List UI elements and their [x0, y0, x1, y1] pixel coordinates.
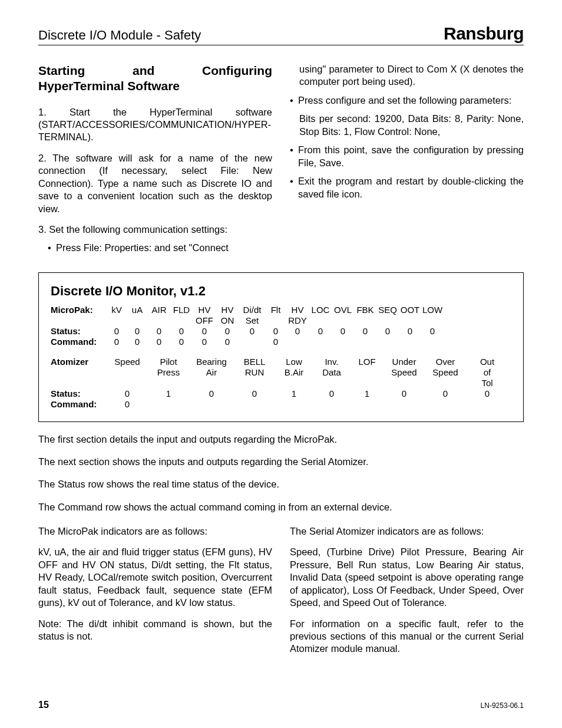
at-indicators-list: Speed, (Turbine Drive) Pilot Pressure, B…	[290, 546, 524, 609]
left-column: Starting and Configuring HyperTerminal S…	[38, 63, 272, 261]
params-text: Bits per second: 19200, Data Bits: 8, Pa…	[299, 113, 524, 138]
mp-note: Note: The di/dt inhibit command is shown…	[38, 618, 272, 643]
cell-value: 0	[384, 388, 425, 399]
cell-value	[313, 399, 351, 410]
cell-value	[354, 337, 376, 347]
col-header: FBK	[354, 305, 376, 326]
col-header: BearingAir	[189, 357, 234, 388]
cell-value: 0	[107, 337, 127, 347]
col-header: OOT	[399, 305, 421, 326]
cell-value: 0	[170, 326, 193, 337]
bullet-press-configure: • Press configure and set the following …	[290, 94, 524, 107]
document-id: LN-9253-06.1	[481, 701, 524, 710]
bullet-save-config: • From this point, save the configuratio…	[290, 144, 524, 169]
col-header: LOW	[421, 305, 444, 326]
bullet-text: Press File: Properties: and set "Connect	[56, 242, 272, 254]
col-header: HVON	[216, 305, 239, 326]
col-header: PilotPress	[148, 357, 189, 388]
bottom-left-column: The MicroPak indicators are as follows: …	[38, 525, 272, 664]
cell-value: 0	[266, 326, 286, 337]
cell-value: 0	[127, 326, 148, 337]
cell-value	[466, 399, 508, 410]
bullet-text: From this point, save the configuration …	[298, 144, 524, 169]
cell-value: 0	[216, 326, 239, 337]
cell-value: 0	[107, 388, 148, 399]
cell-value: 1	[148, 388, 189, 399]
col-header: HVOFF	[193, 305, 216, 326]
cell-value: 0	[170, 337, 193, 347]
col-header: OutofTol	[466, 357, 508, 388]
step-3: 3. Set the following communication setti…	[38, 223, 272, 236]
cell-value: 0	[148, 337, 170, 347]
cell-value	[234, 399, 275, 410]
cell-value: 0	[239, 326, 266, 337]
cell-value: 0	[354, 326, 376, 337]
cell-value	[384, 399, 425, 410]
col-header: uA	[127, 305, 148, 326]
col-header: OVL	[332, 305, 354, 326]
cell-value: 0	[127, 337, 148, 347]
desc-p4: The Command row shows the actual command…	[38, 500, 524, 513]
atomizer-command-label: Command:	[51, 399, 107, 410]
cell-value	[239, 337, 266, 347]
col-header: kV	[107, 305, 127, 326]
cell-value: 0	[266, 337, 286, 347]
page-footer: 15 LN-9253-06.1	[38, 700, 524, 710]
cell-value	[421, 337, 444, 347]
col-header: AIR	[148, 305, 170, 326]
doc-title: Discrete I/O Module - Safety	[38, 28, 201, 43]
cell-value	[399, 337, 421, 347]
bullet-icon: •	[290, 144, 298, 169]
cell-value	[332, 337, 354, 347]
cell-value: 0	[148, 326, 170, 337]
cell-value	[189, 399, 234, 410]
cell-value	[148, 399, 189, 410]
bullet-icon: •	[290, 94, 298, 107]
col-header: LOF	[351, 357, 384, 388]
micropak-status-label: Status:	[51, 326, 107, 337]
continuation-text: using" parameter to Direct to Com X (X d…	[299, 63, 524, 88]
cell-value: 0	[425, 388, 466, 399]
bullet-text: Press configure and set the following pa…	[298, 94, 524, 107]
cell-value: 0	[107, 399, 148, 410]
cell-value: 0	[421, 326, 444, 337]
cell-value: 0	[216, 337, 239, 347]
col-header: BELLRUN	[234, 357, 275, 388]
desc-p3: The Status row shows the real time statu…	[38, 477, 524, 490]
micropak-command-label: Command:	[51, 337, 107, 347]
cell-value: 0	[234, 388, 275, 399]
cell-value: 0	[193, 326, 216, 337]
micropak-label: MicroPak:	[51, 305, 107, 326]
bullet-file-properties: • Press File: Properties: and set "Conne…	[48, 242, 272, 254]
col-header: Flt	[266, 305, 286, 326]
col-header: HVRDY	[286, 305, 309, 326]
cell-value: 0	[107, 326, 127, 337]
step-1: 1. Start the HyperTerminal software (STA…	[38, 106, 272, 144]
col-header: UnderSpeed	[384, 357, 425, 388]
col-header: SEQ	[376, 305, 399, 326]
page-number: 15	[38, 700, 49, 710]
cell-value	[425, 399, 466, 410]
bullet-exit-restart: • Exit the program and restart by double…	[290, 175, 524, 200]
col-header: FLD	[170, 305, 193, 326]
micropak-table: MicroPak: kVuAAIRFLDHVOFFHVONDi/dtSetFlt…	[51, 305, 511, 347]
desc-p2: The next section shows the inputs and ou…	[38, 455, 524, 468]
cell-value: 0	[313, 388, 351, 399]
monitor-panel: Discrete I/O Monitor, v1.2 MicroPak: kVu…	[38, 272, 524, 422]
col-header: Inv.Data	[313, 357, 351, 388]
bullet-icon: •	[48, 242, 56, 254]
cell-value: 0	[332, 326, 354, 337]
atomizer-status-label: Status:	[51, 388, 107, 399]
cell-value	[275, 399, 313, 410]
cell-value: 0	[376, 326, 399, 337]
mp-indicators-intro: The MicroPak indicators are as follows:	[38, 525, 272, 538]
at-fault-info: For information on a specific fault, ref…	[290, 618, 524, 655]
cell-value	[351, 399, 384, 410]
cell-value	[309, 337, 332, 347]
section-heading: Starting and Configuring HyperTerminal S…	[38, 63, 272, 94]
atomizer-label: Atomizer	[51, 357, 107, 388]
brand-logo: Ransburg	[444, 24, 524, 44]
cell-value	[376, 337, 399, 347]
col-header: OverSpeed	[425, 357, 466, 388]
col-header: Speed	[107, 357, 148, 388]
